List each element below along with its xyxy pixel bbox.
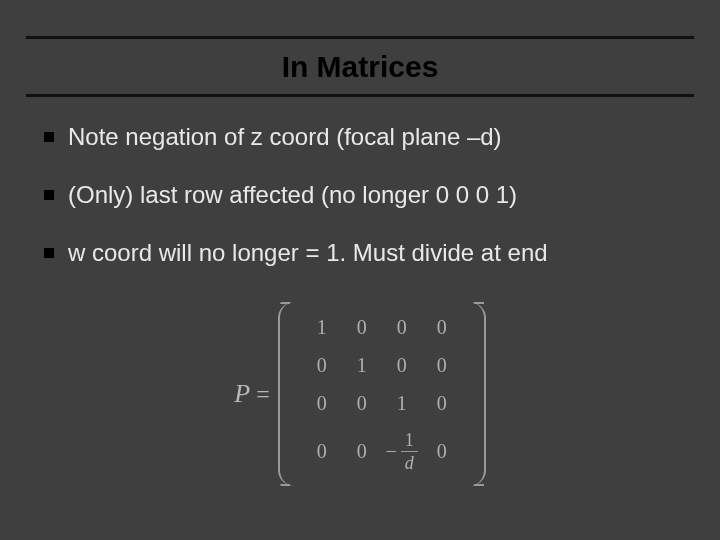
matrix-cell-fraction: − 1 d — [386, 431, 418, 472]
bullet-list: Note negation of z coord (focal plane –d… — [44, 122, 680, 296]
title-rule-top — [26, 36, 694, 39]
title-rule-bottom — [26, 94, 694, 97]
equation-lhs: P — [234, 379, 250, 409]
matrix-cell: 0 — [437, 392, 447, 415]
matrix: 1 0 0 0 0 1 0 0 0 0 1 0 0 0 − — [278, 302, 486, 486]
bullet-marker-icon — [44, 248, 54, 258]
equation-area: P = 1 0 0 0 0 1 0 0 0 0 1 0 0 — [0, 302, 720, 486]
matrix-cell: 0 — [357, 440, 367, 463]
fraction: 1 d — [401, 431, 418, 472]
bullet-item: (Only) last row affected (no longer 0 0 … — [44, 180, 680, 210]
bullet-text: (Only) last row affected (no longer 0 0 … — [68, 180, 517, 210]
equals-sign: = — [256, 381, 270, 408]
matrix-grid: 1 0 0 0 0 1 0 0 0 0 1 0 0 0 − — [296, 302, 468, 486]
fraction-denominator: d — [405, 452, 414, 472]
matrix-cell: 0 — [397, 316, 407, 339]
fraction-numerator: 1 — [401, 431, 418, 451]
bullet-text: w coord will no longer = 1. Must divide … — [68, 238, 548, 268]
matrix-cell: 0 — [397, 354, 407, 377]
matrix-cell: 0 — [437, 316, 447, 339]
bullet-marker-icon — [44, 132, 54, 142]
equation: P = 1 0 0 0 0 1 0 0 0 0 1 0 0 — [234, 302, 485, 486]
left-paren-icon — [278, 302, 296, 486]
bullet-marker-icon — [44, 190, 54, 200]
matrix-cell: 0 — [437, 440, 447, 463]
matrix-cell: 0 — [437, 354, 447, 377]
matrix-cell: 0 — [317, 440, 327, 463]
bullet-item: Note negation of z coord (focal plane –d… — [44, 122, 680, 152]
matrix-cell: 0 — [357, 316, 367, 339]
matrix-cell: 0 — [357, 392, 367, 415]
right-paren-icon — [468, 302, 486, 486]
slide-title: In Matrices — [0, 50, 720, 84]
matrix-cell: 1 — [397, 392, 407, 415]
matrix-cell: 0 — [317, 392, 327, 415]
matrix-cell: 1 — [317, 316, 327, 339]
bullet-item: w coord will no longer = 1. Must divide … — [44, 238, 680, 268]
negative-sign: − — [386, 440, 397, 463]
bullet-text: Note negation of z coord (focal plane –d… — [68, 122, 502, 152]
matrix-cell: 0 — [317, 354, 327, 377]
slide: In Matrices Note negation of z coord (fo… — [0, 0, 720, 540]
matrix-cell: 1 — [357, 354, 367, 377]
